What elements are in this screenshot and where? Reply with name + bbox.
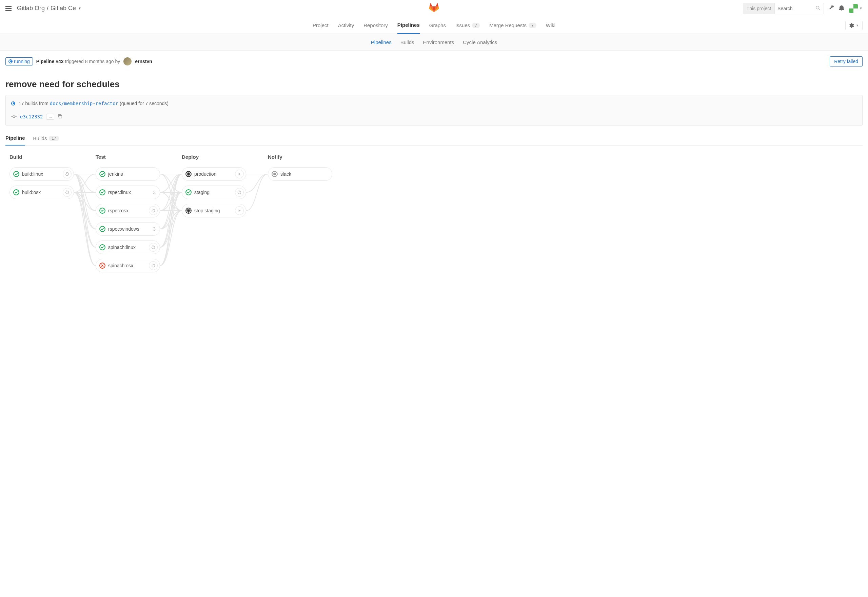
subnav-builds[interactable]: Builds <box>400 39 414 45</box>
stage-title: Test <box>96 154 160 162</box>
success-icon <box>99 208 105 214</box>
chevron-down-icon: ▼ <box>859 6 862 10</box>
subnav-pipelines[interactable]: Pipelines <box>371 39 392 45</box>
status-badge: running <box>6 57 33 65</box>
nav-repository[interactable]: Repository <box>363 17 388 34</box>
pipeline-id: Pipeline #42 <box>36 59 64 64</box>
search-scope[interactable]: This project <box>743 3 775 14</box>
author-avatar[interactable] <box>123 57 132 65</box>
tab-builds[interactable]: Builds 17 <box>33 131 59 146</box>
breadcrumb-project: Gitlab Ce <box>50 5 76 12</box>
gear-icon <box>849 23 854 28</box>
subnav-cycle-analytics[interactable]: Cycle Analytics <box>463 39 497 45</box>
copy-icon[interactable] <box>58 114 62 120</box>
play-button[interactable] <box>235 206 244 215</box>
stage-title: Build <box>9 154 74 162</box>
retry-button[interactable] <box>149 243 158 252</box>
nav-graphs[interactable]: Graphs <box>429 17 446 34</box>
branch-link[interactable]: docs/membership-refactor <box>50 101 118 106</box>
svg-point-15 <box>188 173 190 175</box>
svg-point-20 <box>274 173 276 175</box>
nav-project[interactable]: Project <box>313 17 329 34</box>
job-rspec-osx[interactable]: rspec:osx <box>96 204 160 217</box>
retry-button[interactable] <box>63 169 71 178</box>
breadcrumb[interactable]: Gitlab Org / Gitlab Ce ▼ <box>17 5 81 12</box>
job-build-osx[interactable]: build:osx <box>9 186 74 199</box>
search-icon[interactable] <box>812 6 824 11</box>
user-menu[interactable]: ▼ <box>849 4 862 13</box>
svg-line-1 <box>819 9 820 10</box>
stage-notify: Notifyslack <box>268 154 332 272</box>
chevron-down-icon: ▼ <box>78 6 81 10</box>
created-icon <box>272 171 278 177</box>
nav-pipelines[interactable]: Pipelines <box>397 17 420 34</box>
success-icon <box>13 171 19 177</box>
author-name[interactable]: ernstvn <box>135 59 152 64</box>
job-rspec-windows[interactable]: rspec:windows3 <box>96 222 160 236</box>
svg-point-2 <box>13 116 15 118</box>
failed-icon <box>99 263 105 269</box>
search-box[interactable]: This project <box>743 3 824 14</box>
page-title: remove need for schedules <box>6 72 862 95</box>
job-rspec-linux[interactable]: rspec:linux3 <box>96 186 160 199</box>
svg-point-18 <box>188 209 190 212</box>
running-icon <box>9 59 13 64</box>
stage-test: Testjenkinsrspec:linux3rspec:osxrspec:wi… <box>96 154 160 272</box>
play-button[interactable] <box>235 169 244 178</box>
expand-message-button[interactable]: ... <box>46 114 54 120</box>
retry-button[interactable] <box>63 188 71 197</box>
retry-failed-button[interactable]: Retry failed <box>830 56 862 67</box>
nav-merge-requests[interactable]: Merge Requests7 <box>489 17 536 34</box>
stage-title: Notify <box>268 154 332 162</box>
manual-icon <box>185 208 191 214</box>
job-slack[interactable]: slack <box>268 167 332 181</box>
nav-activity[interactable]: Activity <box>338 17 354 34</box>
running-icon <box>11 101 15 105</box>
success-icon <box>99 171 105 177</box>
stage-build: Buildbuild:linuxbuild:osx <box>9 154 74 272</box>
job-spinach-osx[interactable]: spinach:osx <box>96 259 160 272</box>
nav-issues[interactable]: Issues7 <box>455 17 480 34</box>
retry-button[interactable] <box>149 206 158 215</box>
job-stop-staging[interactable]: stop staging <box>182 204 246 217</box>
menu-toggle[interactable] <box>6 6 12 11</box>
retry-button[interactable] <box>149 261 158 270</box>
job-spinach-linux[interactable]: spinach:linux <box>96 241 160 254</box>
job-staging[interactable]: staging <box>182 186 246 199</box>
wrench-icon[interactable] <box>829 5 834 12</box>
success-icon <box>99 189 105 195</box>
success-icon <box>99 244 105 250</box>
chevron-down-icon: ▼ <box>856 24 859 27</box>
svg-rect-5 <box>59 115 62 118</box>
breadcrumb-org: Gitlab Org <box>17 5 45 12</box>
commit-sha[interactable]: e3c12332 <box>20 114 43 119</box>
success-icon <box>185 189 191 195</box>
retry-button[interactable] <box>235 188 244 197</box>
job-jenkins[interactable]: jenkins <box>96 167 160 181</box>
bell-icon[interactable] <box>839 5 844 12</box>
job-production[interactable]: production <box>182 167 246 181</box>
svg-point-0 <box>816 6 819 9</box>
tab-pipeline[interactable]: Pipeline <box>6 131 25 146</box>
commit-icon <box>11 114 16 119</box>
stage-title: Deploy <box>182 154 246 162</box>
search-input[interactable] <box>775 3 812 14</box>
stage-deploy: Deployproductionstagingstop staging <box>182 154 246 272</box>
gitlab-logo[interactable] <box>429 3 439 14</box>
avatar <box>849 4 858 13</box>
manual-icon <box>185 171 191 177</box>
nav-wiki[interactable]: Wiki <box>546 17 555 34</box>
subnav-environments[interactable]: Environments <box>423 39 454 45</box>
settings-dropdown[interactable]: ▼ <box>845 21 862 30</box>
success-icon <box>13 189 19 195</box>
success-icon <box>99 226 105 232</box>
job-build-linux[interactable]: build:linux <box>9 167 74 181</box>
